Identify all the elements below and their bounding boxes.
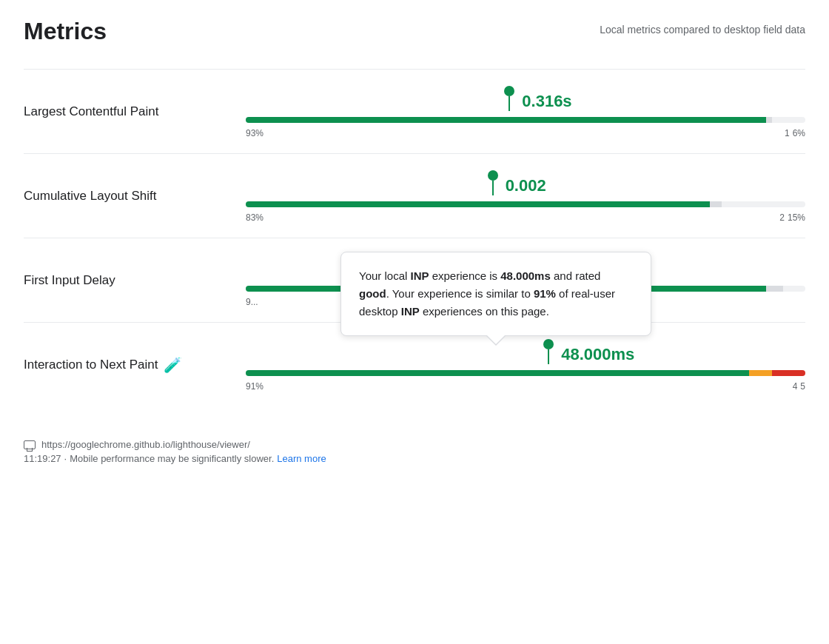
cls-value: 0.002: [506, 176, 546, 195]
metric-row-cls: Cumulative Layout Shift 0.002 83% 2 15%: [24, 153, 805, 238]
footer-timestamp: 11:19:27: [24, 453, 61, 464]
footer-warning: Mobile performance may be significantly …: [70, 453, 274, 464]
lcp-bar-labels: 93% 1 6%: [246, 128, 805, 138]
inp-tooltip: Your local INP experience is 48.000ms an…: [340, 252, 651, 336]
lcp-value: 0.316s: [522, 92, 571, 111]
metric-label-cls: Cumulative Layout Shift: [24, 189, 246, 204]
cls-dot-indicator: [492, 170, 494, 195]
inp-bar-labels: 91% 4 5: [246, 381, 805, 392]
cls-bar-poor: [722, 201, 805, 207]
cls-bar-good: [246, 201, 710, 207]
fid-label-left: 9...: [246, 297, 258, 307]
metric-label-inp: Interaction to Next Paint 🧪: [24, 356, 246, 374]
lcp-bar-mid: [766, 117, 772, 123]
inp-label-right: 5: [800, 381, 805, 392]
metric-value-row-cls: 0.002: [246, 169, 805, 195]
header-subtitle: Local metrics compared to desktop field …: [600, 18, 805, 36]
metrics-footer: https://googlechrome.github.io/lighthous…: [24, 430, 805, 464]
lcp-line: [509, 96, 510, 111]
metric-value-row-inp: 48.000ms: [246, 338, 805, 364]
footer-url-row: https://googlechrome.github.io/lighthous…: [24, 439, 805, 450]
metric-chart-cls: 0.002 83% 2 15%: [246, 169, 805, 223]
cls-bar-mid: [710, 201, 721, 207]
footer-info-row: 11:19:27 · Mobile performance may be sig…: [24, 453, 805, 464]
lcp-dot: [504, 86, 514, 96]
cls-dot: [488, 170, 498, 181]
cls-label-mid: 2: [779, 212, 785, 223]
metrics-page: Metrics Local metrics compared to deskto…: [0, 0, 829, 488]
inp-label-mid: 4: [793, 381, 798, 392]
inp-bar: [246, 370, 805, 376]
inp-line: [548, 349, 549, 364]
footer-learn-more-link[interactable]: Learn more: [277, 453, 326, 464]
cls-bar: [246, 201, 805, 207]
fid-bar-poor: [783, 286, 805, 292]
metric-row-lcp: Largest Contentful Paint 0.316s 93% 1 6%: [24, 69, 805, 153]
metric-chart-inp: 48.000ms 91% 4 5: [246, 338, 805, 392]
monitor-icon: [24, 440, 36, 449]
lcp-bar-poor: [772, 117, 805, 123]
lcp-dot-indicator: [509, 86, 510, 111]
metric-label-lcp: Largest Contentful Paint: [24, 104, 246, 119]
inp-dot-indicator: [548, 339, 549, 364]
inp-dot: [543, 339, 554, 349]
cls-line: [492, 181, 494, 195]
footer-url: https://googlechrome.github.io/lighthous…: [41, 439, 250, 450]
lcp-label-left: 93%: [246, 128, 264, 138]
footer-dot: ·: [64, 453, 67, 464]
metric-chart-lcp: 0.316s 93% 1 6%: [246, 84, 805, 138]
lcp-bar-good: [246, 117, 766, 123]
lcp-label-mid: 1: [785, 128, 790, 138]
page-title: Metrics: [24, 18, 107, 45]
metric-label-fid: First Input Delay: [24, 273, 246, 288]
lab-beaker-icon: 🧪: [164, 356, 182, 374]
lcp-label-right: 6%: [793, 128, 805, 138]
inp-bar-poor: [772, 370, 805, 376]
fid-bar-mid: [766, 286, 783, 292]
lcp-bar: [246, 117, 805, 123]
metric-value-row-lcp: 0.316s: [246, 84, 805, 111]
tooltip-text: Your local INP experience is 48.000ms an…: [359, 267, 633, 321]
inp-bar-good: [246, 370, 749, 376]
inp-label-left: 91%: [246, 381, 264, 392]
inp-bar-needs-improvement: [749, 370, 771, 376]
cls-bar-labels: 83% 2 15%: [246, 212, 805, 223]
metrics-header: Metrics Local metrics compared to deskto…: [24, 18, 805, 45]
cls-label-right: 15%: [788, 212, 805, 223]
cls-label-left: 83%: [246, 212, 264, 223]
inp-value: 48.000ms: [561, 345, 634, 364]
